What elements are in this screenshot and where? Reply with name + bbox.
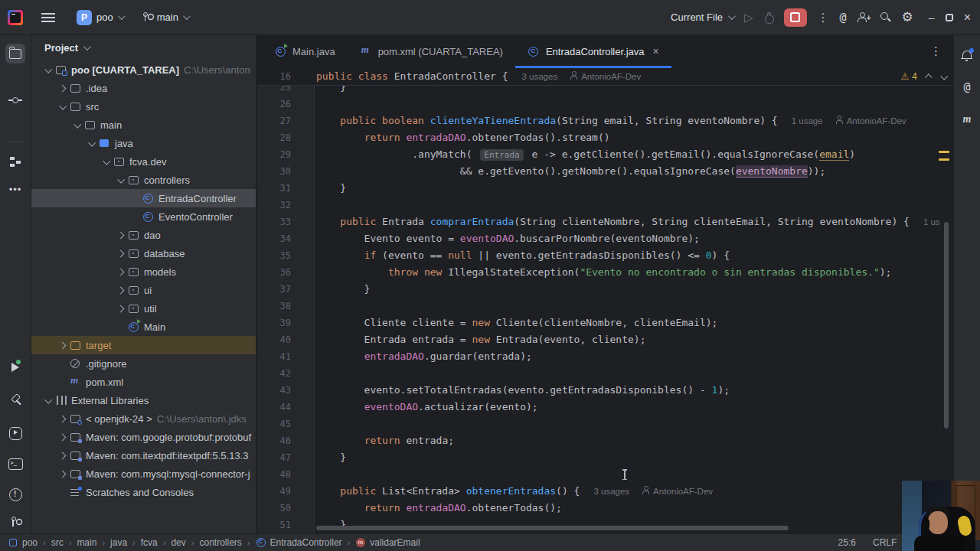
code-line[interactable]: 37 } bbox=[257, 281, 954, 298]
horizontal-scrollbar[interactable] bbox=[316, 526, 789, 530]
code-line[interactable]: 51 } bbox=[257, 517, 954, 533]
git-tool-button[interactable] bbox=[5, 513, 25, 533]
line-number[interactable]: 47 bbox=[257, 449, 291, 466]
run-configuration-selector[interactable]: Current File bbox=[671, 11, 733, 23]
tree-chevron[interactable] bbox=[56, 471, 69, 477]
breadcrumb-item-dev[interactable]: dev bbox=[171, 537, 185, 548]
code-area[interactable]: 25 }2627 public boolean clienteYaTieneEn… bbox=[257, 68, 954, 534]
tree-item-External Libraries[interactable]: External Libraries bbox=[31, 391, 256, 409]
maven-tool-button[interactable]: m bbox=[957, 109, 977, 129]
tree-item-target[interactable]: target bbox=[31, 336, 256, 354]
tree-chevron[interactable] bbox=[56, 343, 69, 348]
gear-icon[interactable]: ⚙ bbox=[902, 11, 913, 24]
code-line[interactable]: 47 } bbox=[257, 449, 954, 466]
line-number[interactable]: 41 bbox=[257, 348, 291, 365]
tree-chevron[interactable] bbox=[100, 159, 113, 165]
line-number[interactable]: 29 bbox=[257, 146, 291, 163]
project-widget[interactable]: P poo bbox=[70, 7, 129, 28]
tree-chevron[interactable] bbox=[114, 306, 127, 311]
add-user-icon[interactable] bbox=[858, 12, 870, 23]
ai-assistant-tool-button[interactable]: @ bbox=[957, 77, 977, 97]
vcs-branch-widget[interactable]: main bbox=[137, 8, 194, 26]
vertical-scrollbar[interactable] bbox=[944, 222, 949, 429]
editor-tab-EntradaController.java[interactable]: EntradaController.java× bbox=[515, 34, 671, 68]
line-number[interactable]: 49 bbox=[257, 483, 291, 500]
tree-chevron[interactable] bbox=[114, 251, 127, 256]
line-number[interactable]: 35 bbox=[257, 247, 291, 264]
run-button[interactable]: ▷ bbox=[744, 11, 753, 24]
line-number[interactable]: 37 bbox=[257, 281, 291, 298]
tree-item-< openjdk-24 >[interactable]: < openjdk-24 >C:\Users\anton\.jdks bbox=[31, 409, 256, 428]
editor-tab-Main.java[interactable]: Main.java bbox=[262, 34, 348, 68]
code-line[interactable]: 39 Cliente cliente = new Cliente(cliente… bbox=[257, 315, 954, 331]
tree-item-controllers[interactable]: controllers bbox=[31, 171, 256, 189]
code-line[interactable]: 38 bbox=[257, 298, 954, 315]
line-number[interactable]: 40 bbox=[257, 331, 291, 348]
tree-item-util[interactable]: util bbox=[31, 299, 256, 318]
tree-chevron[interactable] bbox=[56, 86, 69, 91]
code-line[interactable]: 40 Entrada entrada = new Entrada(evento,… bbox=[257, 331, 954, 348]
tree-item-database[interactable]: database bbox=[31, 244, 256, 262]
line-number[interactable]: 27 bbox=[257, 112, 291, 129]
status-caret-position[interactable]: 25:6 bbox=[838, 537, 856, 548]
code-line[interactable]: 45 bbox=[257, 416, 954, 432]
breadcrumb-item-java[interactable]: java bbox=[110, 537, 127, 548]
line-number[interactable]: 26 bbox=[257, 96, 291, 112]
warning-stripe-mark[interactable] bbox=[939, 151, 949, 153]
code-line[interactable]: 44 eventoDAO.actualizar(evento); bbox=[257, 399, 954, 416]
commit-tool-button[interactable] bbox=[5, 90, 25, 110]
code-line[interactable]: 26 bbox=[257, 96, 954, 112]
structure-tool-button[interactable] bbox=[5, 152, 25, 171]
tree-chevron[interactable] bbox=[114, 233, 127, 238]
warning-badge[interactable]: ⚠4 bbox=[901, 71, 917, 82]
hamburger-menu-icon[interactable] bbox=[41, 13, 55, 22]
breadcrumb-item-src[interactable]: src bbox=[51, 537, 64, 548]
tree-item-main[interactable]: main bbox=[31, 116, 256, 134]
tree-item-EventoController[interactable]: EventoController bbox=[31, 207, 256, 226]
line-number[interactable]: 33 bbox=[257, 214, 291, 230]
line-number[interactable]: 32 bbox=[257, 197, 291, 214]
tree-item-models[interactable]: models bbox=[31, 262, 256, 281]
tree-item-dao[interactable]: dao bbox=[31, 226, 256, 244]
tree-item-src[interactable]: src bbox=[31, 97, 256, 116]
line-number[interactable]: 38 bbox=[257, 298, 291, 315]
code-line[interactable]: 43 evento.setTotalEntradas(evento.getEnt… bbox=[257, 382, 954, 399]
breadcrumb-item-poo[interactable]: poo bbox=[8, 537, 38, 548]
debug-button[interactable] bbox=[764, 12, 773, 23]
line-number[interactable]: 36 bbox=[257, 264, 291, 281]
line-number[interactable]: 45 bbox=[257, 416, 291, 432]
tree-item-ui[interactable]: ui bbox=[31, 281, 256, 299]
project-panel-header[interactable]: Project bbox=[31, 34, 256, 60]
code-line[interactable]: 41 entradaDAO.guardar(entrada); bbox=[257, 348, 954, 365]
prev-warning-icon[interactable] bbox=[925, 73, 933, 81]
tree-item-fcva.dev[interactable]: fcva.dev bbox=[31, 152, 256, 171]
tree-chevron[interactable] bbox=[41, 398, 54, 403]
line-number[interactable]: 51 bbox=[257, 517, 291, 533]
code-line[interactable]: 49 public List<Entrada> obtenerEntradas(… bbox=[257, 483, 954, 500]
build-tool-button[interactable] bbox=[5, 393, 25, 412]
tree-item-pom.xml[interactable]: pom.xml bbox=[31, 373, 256, 391]
code-line[interactable]: 29 .anyMatch( Entrada e -> e.getCliente(… bbox=[257, 146, 954, 163]
tree-chevron[interactable] bbox=[85, 141, 98, 146]
code-line[interactable]: 27 public boolean clienteYaTieneEntrada(… bbox=[257, 112, 954, 129]
breadcrumb-item-fcva[interactable]: fcva bbox=[141, 537, 158, 548]
line-number[interactable]: 43 bbox=[257, 382, 291, 399]
tree-item-EntradaController[interactable]: EntradaController bbox=[31, 189, 256, 207]
tree-chevron[interactable] bbox=[41, 67, 54, 73]
tree-chevron[interactable] bbox=[114, 288, 127, 293]
run-tool-button[interactable] bbox=[5, 357, 25, 377]
breadcrumb-item-validarEmail[interactable]: validarEmail bbox=[355, 537, 420, 548]
tree-chevron[interactable] bbox=[70, 122, 83, 128]
line-number[interactable]: 46 bbox=[257, 432, 291, 449]
code-line[interactable]: 31 } bbox=[257, 180, 954, 197]
tree-chevron[interactable] bbox=[56, 453, 69, 458]
next-warning-icon[interactable] bbox=[940, 72, 948, 80]
tree-item-Maven: com.google.protobuf:protobuf[interactable]: Maven: com.google.protobuf:protobuf bbox=[31, 428, 256, 446]
code-line[interactable]: 35 if (evento == null || evento.getEntra… bbox=[257, 247, 954, 264]
tree-item-poo [CUARTA_TAREA][interactable]: poo [CUARTA_TAREA]C:\Users\anton bbox=[31, 60, 256, 79]
tree-chevron[interactable] bbox=[56, 435, 69, 440]
code-line[interactable]: 42 bbox=[257, 365, 954, 382]
tree-chevron[interactable] bbox=[114, 269, 127, 275]
tab-options-icon[interactable]: ⋮ bbox=[930, 44, 954, 58]
breadcrumb-item-controllers[interactable]: controllers bbox=[199, 537, 241, 548]
